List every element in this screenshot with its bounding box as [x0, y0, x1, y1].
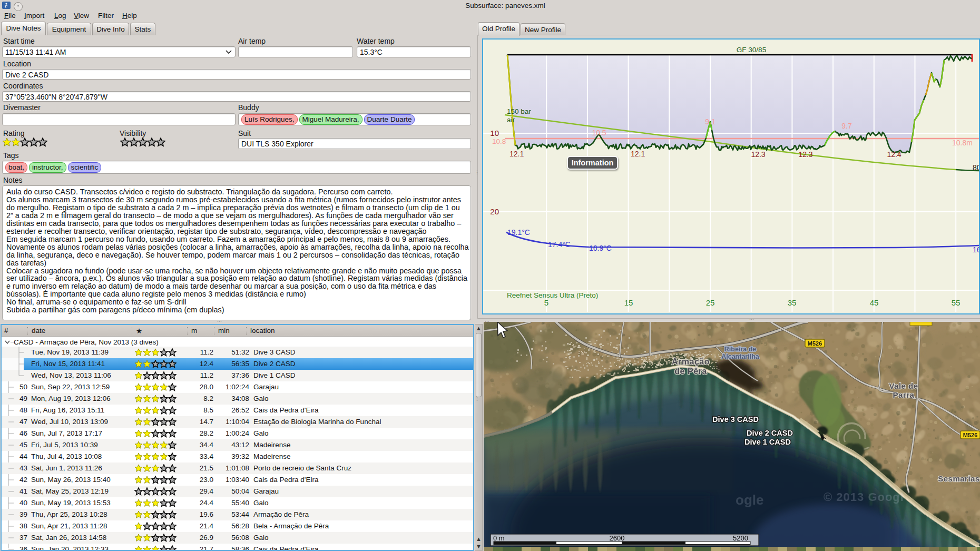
svg-text:45: 45 [870, 298, 879, 307]
svg-text:5200: 5200 [733, 534, 748, 542]
svg-text:Dive 3 CASD: Dive 3 CASD [712, 415, 759, 424]
svg-text:25: 25 [706, 298, 715, 307]
svg-text:150 bar: 150 bar [507, 107, 531, 115]
svg-text:16: 16 [973, 245, 979, 254]
svg-text:Ribeira de: Ribeira de [724, 346, 756, 353]
svg-text:80: 80 [973, 163, 979, 172]
svg-text:9.1: 9.1 [705, 117, 716, 126]
svg-text:Sesmarias: Sesmarias [938, 474, 980, 483]
svg-text:16.9°C: 16.9°C [589, 244, 612, 252]
svg-text:GF 30/85: GF 30/85 [737, 46, 766, 54]
svg-text:Parra: Parra [893, 390, 915, 399]
svg-text:Dive 1 CASD: Dive 1 CASD [744, 438, 791, 446]
svg-text:air: air [507, 116, 515, 124]
svg-text:M526: M526 [808, 340, 822, 347]
svg-text:17.4°C: 17.4°C [548, 240, 571, 249]
svg-text:Armação: Armação [672, 357, 710, 366]
svg-text:10: 10 [490, 129, 499, 137]
svg-text:10.5: 10.5 [592, 129, 606, 137]
svg-text:12.3: 12.3 [751, 150, 765, 159]
svg-text:12.3: 12.3 [798, 150, 812, 159]
svg-text:5: 5 [544, 298, 548, 307]
svg-text:20: 20 [490, 207, 499, 216]
svg-text:19.1°C: 19.1°C [507, 228, 530, 237]
svg-text:12.1: 12.1 [631, 150, 645, 158]
svg-text:15: 15 [624, 298, 633, 307]
svg-text:35: 35 [788, 298, 797, 307]
svg-text:12.1: 12.1 [509, 150, 524, 158]
svg-text:Alcantarilha: Alcantarilha [721, 353, 760, 360]
svg-text:12.4: 12.4 [887, 150, 901, 159]
svg-text:10.8: 10.8 [492, 137, 506, 145]
svg-text:9.7: 9.7 [841, 122, 852, 130]
svg-text:10.8m: 10.8m [952, 139, 973, 147]
svg-text:M526: M526 [963, 432, 978, 438]
svg-text:0 m: 0 m [493, 534, 505, 542]
svg-text:© 2013 Googl: © 2013 Googl [824, 490, 904, 504]
svg-text:de Pêra: de Pêra [674, 367, 707, 376]
svg-text:Dive 2 CASD: Dive 2 CASD [747, 429, 793, 437]
svg-text:55: 55 [952, 298, 961, 307]
svg-text:Vale de: Vale de [889, 381, 918, 390]
svg-text:Reefnet Sensus Ultra (Preto): Reefnet Sensus Ultra (Preto) [507, 291, 598, 299]
svg-text:ogle: ogle [736, 492, 763, 508]
svg-text:2600: 2600 [610, 534, 625, 542]
